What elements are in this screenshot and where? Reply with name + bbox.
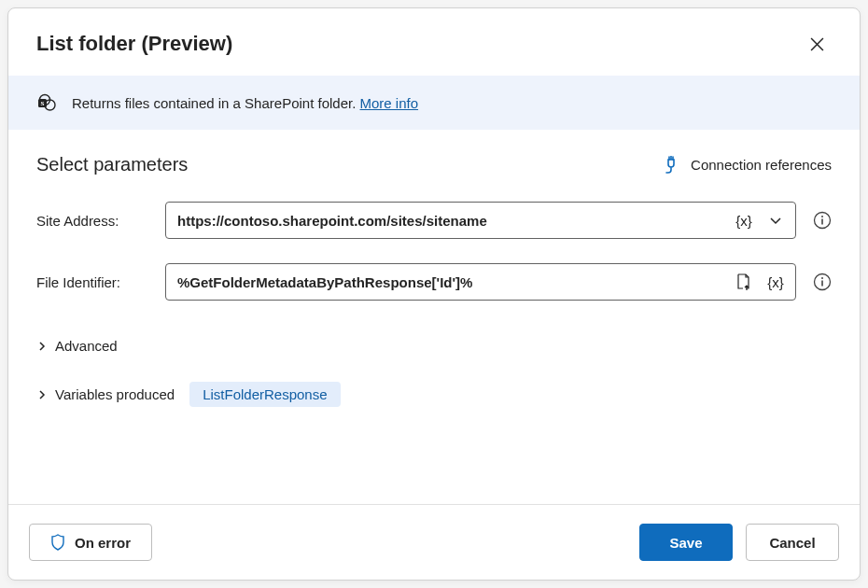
site-address-row: Site Address: {x} [36,202,832,239]
file-identifier-label: File Identifier: [36,274,148,290]
cancel-label: Cancel [769,535,815,551]
on-error-button[interactable]: On error [29,524,152,561]
svg-point-8 [821,277,823,279]
close-button[interactable] [802,29,832,59]
params-header: Select parameters Connection references [36,154,832,175]
svg-rect-6 [821,219,823,225]
variables-produced-toggle[interactable]: Variables produced ListFolderResponse [36,376,832,413]
select-parameters-title: Select parameters [36,154,188,175]
save-button[interactable]: Save [639,524,733,561]
banner-description: Returns files contained in a SharePoint … [72,95,360,111]
dialog-title: List folder (Preview) [36,32,232,56]
dialog-body: Select parameters Connection references … [8,130,860,504]
info-banner: S Returns files contained in a SharePoin… [8,76,860,130]
site-address-input-wrap: {x} [165,202,796,239]
dropdown-button[interactable] [763,208,788,232]
file-picker-button[interactable] [732,270,756,294]
close-icon [810,37,824,51]
plug-icon [663,156,679,175]
connection-references-link[interactable]: Connection references [663,156,832,175]
dialog-header: List folder (Preview) [8,8,860,76]
sharepoint-icon: S [36,92,57,113]
info-icon [813,273,832,291]
variable-chip[interactable]: ListFolderResponse [189,382,340,407]
chevron-right-icon [36,341,48,352]
cancel-button[interactable]: Cancel [746,524,839,561]
variable-picker-button[interactable]: {x} [763,270,788,294]
more-info-link[interactable]: More info [360,95,419,111]
file-identifier-input[interactable] [177,274,724,290]
footer-actions: Save Cancel [639,524,839,561]
variable-picker-button[interactable]: {x} [732,208,756,232]
advanced-toggle[interactable]: Advanced [36,332,832,359]
svg-text:S: S [41,100,45,107]
file-identifier-row: File Identifier: {x} [36,263,832,301]
file-identifier-info-button[interactable] [813,273,832,291]
info-icon [813,211,832,230]
chevron-right-icon [36,389,48,400]
chevron-down-icon [769,214,782,227]
save-label: Save [669,535,702,551]
dialog-footer: On error Save Cancel [8,504,860,580]
site-address-input[interactable] [177,213,724,229]
svg-point-5 [821,216,823,217]
shield-icon [50,534,65,551]
connection-references-label: Connection references [691,157,832,173]
file-select-icon [735,273,752,291]
site-address-info-button[interactable] [813,211,832,230]
list-folder-dialog: List folder (Preview) S Returns files co… [7,7,861,581]
svg-rect-9 [821,281,823,287]
site-address-label: Site Address: [36,213,148,229]
on-error-label: On error [75,535,131,551]
banner-text: Returns files contained in a SharePoint … [72,95,418,111]
variables-produced-label: Variables produced [55,386,175,402]
file-identifier-input-wrap: {x} [165,263,796,301]
advanced-label: Advanced [55,338,118,354]
